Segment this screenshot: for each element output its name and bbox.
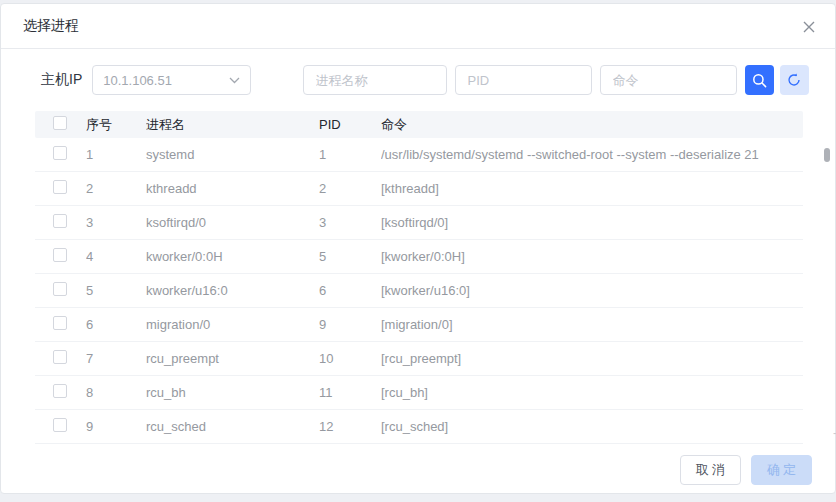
confirm-button[interactable]: 确定	[751, 455, 812, 485]
dialog-header: 选择进程	[1, 4, 835, 49]
row-process-name: kthreadd	[146, 181, 319, 196]
row-process-name: rcu_bh	[146, 385, 319, 400]
select-process-dialog: 选择进程 主机IP 10.1.106.51 序号 进程名 PID	[0, 3, 836, 494]
table-row[interactable]: 6 migration/0 9 [migration/0]	[35, 308, 803, 342]
table-row[interactable]: 9 rcu_sched 12 [rcu_sched]	[35, 410, 803, 444]
row-process-name: rcu_preempt	[146, 351, 319, 366]
row-checkbox[interactable]	[53, 146, 67, 160]
table-row[interactable]: 2 kthreadd 2 [kthreadd]	[35, 172, 803, 206]
search-icon	[752, 73, 767, 88]
search-button[interactable]	[745, 65, 774, 95]
command-input[interactable]	[600, 65, 737, 95]
row-checkbox[interactable]	[53, 282, 67, 296]
host-ip-value: 10.1.106.51	[103, 73, 228, 88]
pid-input[interactable]	[455, 65, 592, 95]
row-process-name: kworker/0:0H	[146, 249, 319, 264]
row-index: 1	[86, 147, 146, 162]
select-all-checkbox[interactable]	[53, 116, 67, 130]
row-index: 2	[86, 181, 146, 196]
row-command: [kworker/0:0H]	[381, 249, 803, 264]
process-name-input[interactable]	[303, 65, 447, 95]
row-index: 3	[86, 215, 146, 230]
row-pid: 10	[319, 351, 381, 366]
refresh-icon	[787, 73, 801, 87]
row-index: 7	[86, 351, 146, 366]
table-row[interactable]: 4 kworker/0:0H 5 [kworker/0:0H]	[35, 240, 803, 274]
row-process-name: kworker/u16:0	[146, 283, 319, 298]
row-index: 5	[86, 283, 146, 298]
row-checkbox[interactable]	[53, 384, 67, 398]
row-index: 8	[86, 385, 146, 400]
row-index: 6	[86, 317, 146, 332]
row-checkbox[interactable]	[53, 350, 67, 364]
row-pid: 6	[319, 283, 381, 298]
row-process-name: migration/0	[146, 317, 319, 332]
table-row[interactable]: 8 rcu_bh 11 [rcu_bh]	[35, 376, 803, 410]
table-row[interactable]: 5 kworker/u16:0 6 [kworker/u16:0]	[35, 274, 803, 308]
row-process-name: rcu_sched	[146, 419, 319, 434]
filter-bar: 主机IP 10.1.106.51	[41, 65, 809, 95]
host-ip-select[interactable]: 10.1.106.51	[92, 65, 250, 95]
table-row[interactable]: 3 ksoftirqd/0 3 [ksoftirqd/0]	[35, 206, 803, 240]
row-pid: 5	[319, 249, 381, 264]
row-pid: 1	[319, 147, 381, 162]
row-command: [rcu_sched]	[381, 419, 803, 434]
col-header-name: 进程名	[146, 116, 319, 134]
table-header-row: 序号 进程名 PID 命令	[35, 111, 803, 138]
dialog-title: 选择进程	[23, 17, 79, 35]
row-command: [rcu_bh]	[381, 385, 803, 400]
row-command: [kworker/u16:0]	[381, 283, 803, 298]
host-ip-label: 主机IP	[41, 71, 82, 89]
row-command: [migration/0]	[381, 317, 803, 332]
row-command: [ksoftirqd/0]	[381, 215, 803, 230]
col-header-pid: PID	[319, 117, 381, 132]
row-checkbox[interactable]	[53, 180, 67, 194]
row-process-name: systemd	[146, 147, 319, 162]
row-pid: 11	[319, 385, 381, 400]
row-command: [rcu_preempt]	[381, 351, 803, 366]
row-index: 9	[86, 419, 146, 434]
row-command: [kthreadd]	[381, 181, 803, 196]
row-process-name: ksoftirqd/0	[146, 215, 319, 230]
row-checkbox[interactable]	[53, 248, 67, 262]
cancel-button[interactable]: 取消	[680, 455, 741, 485]
row-pid: 12	[319, 419, 381, 434]
chevron-down-icon	[229, 77, 240, 84]
table-body: 1 systemd 1 /usr/lib/systemd/systemd --s…	[35, 138, 803, 444]
table-row[interactable]: 7 rcu_preempt 10 [rcu_preempt]	[35, 342, 803, 376]
row-checkbox[interactable]	[53, 316, 67, 330]
col-header-index: 序号	[86, 116, 146, 134]
col-header-command: 命令	[381, 116, 803, 134]
dialog-footer: 取消 确定	[680, 455, 812, 485]
row-index: 4	[86, 249, 146, 264]
table-row[interactable]: 1 systemd 1 /usr/lib/systemd/systemd --s…	[35, 138, 803, 172]
row-checkbox[interactable]	[53, 214, 67, 228]
process-table: 序号 进程名 PID 命令 1 systemd 1 /usr/lib/syste…	[35, 111, 803, 444]
row-pid: 2	[319, 181, 381, 196]
refresh-button[interactable]	[780, 65, 809, 95]
row-pid: 3	[319, 215, 381, 230]
row-command: /usr/lib/systemd/systemd --switched-root…	[381, 147, 803, 162]
row-checkbox[interactable]	[53, 418, 67, 432]
row-pid: 9	[319, 317, 381, 332]
vertical-scrollbar-thumb[interactable]	[824, 148, 830, 162]
close-icon[interactable]	[799, 17, 819, 37]
